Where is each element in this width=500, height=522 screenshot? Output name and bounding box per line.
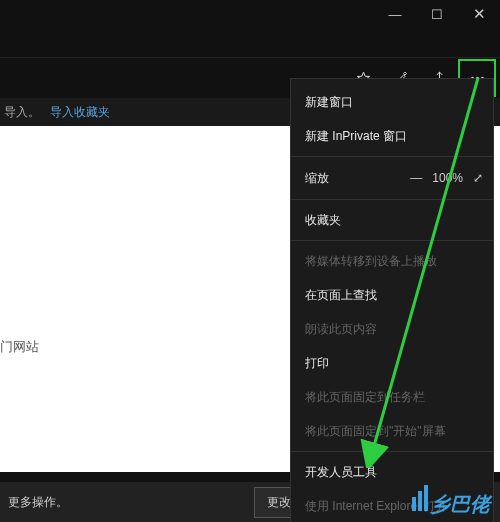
menu-new-window[interactable]: 新建窗口 (291, 85, 493, 119)
menu-pin-start: 将此页面固定到"开始"屏幕 (291, 414, 493, 448)
menu-zoom: 缩放 — 100% ＋ ⤢ (291, 160, 493, 196)
close-button[interactable]: ✕ (458, 0, 500, 28)
menu-separator (291, 451, 493, 452)
watermark-logo-icon (412, 485, 428, 511)
zoom-value: 100% (432, 171, 463, 185)
minimize-button[interactable]: — (374, 0, 416, 28)
menu-new-inprivate[interactable]: 新建 InPrivate 窗口 (291, 119, 493, 153)
zoom-label: 缩放 (305, 170, 329, 187)
fullscreen-icon[interactable]: ⤢ (473, 171, 483, 185)
menu-favorites[interactable]: 收藏夹 (291, 203, 493, 237)
maximize-button[interactable]: ☐ (416, 0, 458, 28)
tab-bar (0, 28, 500, 58)
zoom-out-button[interactable]: — (410, 171, 422, 185)
more-menu: 新建窗口 新建 InPrivate 窗口 缩放 — 100% ＋ ⤢ 收藏夹 将… (290, 78, 494, 522)
menu-separator (291, 199, 493, 200)
notification-text: 更多操作。 (0, 494, 254, 511)
menu-pin-taskbar: 将此页面固定到任务栏 (291, 380, 493, 414)
watermark-brand: 乡巴佬 (430, 491, 490, 518)
import-favorites-link[interactable]: 导入收藏夹 (50, 104, 110, 121)
menu-separator (291, 156, 493, 157)
import-prefix: 导入。 (4, 104, 40, 121)
hot-sites-label: 门网站 (0, 338, 39, 356)
browser-window: — ☐ ✕ 导入。 导入收藏夹 门网站 新建窗口 新建 InPrivate 窗口… (0, 0, 500, 522)
menu-separator (291, 240, 493, 241)
menu-dev-tools[interactable]: 开发人员工具 (291, 455, 493, 489)
titlebar: — ☐ ✕ (0, 0, 500, 28)
menu-print[interactable]: 打印 (291, 346, 493, 380)
menu-read-aloud: 朗读此页内容 (291, 312, 493, 346)
menu-find[interactable]: 在页面上查找 (291, 278, 493, 312)
menu-cast: 将媒体转移到设备上播放 (291, 244, 493, 278)
watermark: 乡巴佬 (412, 485, 490, 518)
